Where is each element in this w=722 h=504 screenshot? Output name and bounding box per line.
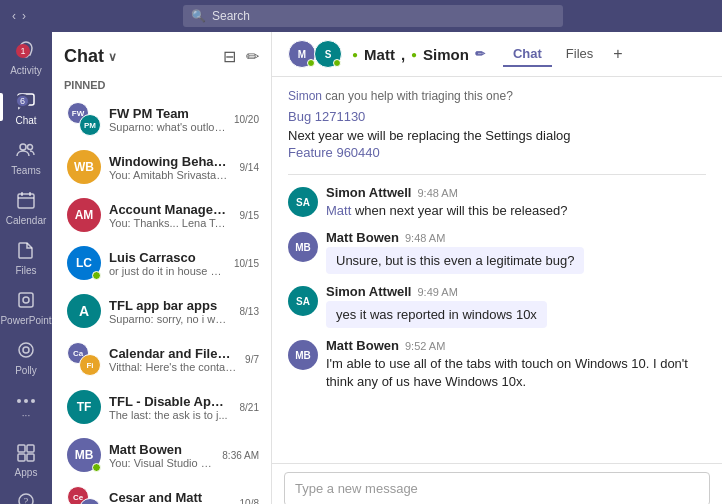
message-avatar-simon: SA [288,286,318,316]
avatar: A [67,294,101,328]
svg-rect-11 [18,445,25,452]
compose-area: Type a new message A̲ 📎 🙂 GIF ⬛ 📋 ⟳ ★ ··… [272,463,722,504]
separator: , [401,46,405,63]
activity-badge: 1 [16,44,30,58]
add-tab-button[interactable]: + [613,45,622,63]
sidebar-item-powerpoint[interactable]: PowerPoint [0,282,52,332]
message-content: Matt Bowen 9:48 AM Unsure, but is this e… [326,230,706,274]
left-rail: 1 Activity 6 Chat [0,32,52,504]
bug-link[interactable]: Bug 1271130 [288,109,706,124]
filter-icon[interactable]: ⊟ [223,47,236,66]
header-actions: ⊟ ✏ [223,47,259,66]
sidebar-item-polly[interactable]: Polly [0,332,52,382]
chat-item-fw-pm[interactable]: FW PM FW PM Team Suparno: what's outlook… [52,95,271,143]
chevron-down-icon: ∨ [108,50,117,64]
back-button[interactable]: ‹ [12,9,16,23]
chat-name: Windowing Behavior [109,154,232,169]
edit-icon[interactable]: ✏ [475,47,485,61]
chat-meta: 9/15 [240,210,259,221]
titlebar-controls: ‹ › [12,9,26,23]
message-content: Simon Attwell 9:49 AM yes it was reporte… [326,284,706,328]
tab-chat[interactable]: Chat [503,42,552,67]
chat-info: TFL app bar apps Suparno: sorry, no i wa… [109,298,232,325]
chat-item-matt[interactable]: MB Matt Bowen You: Visual Studio Online … [52,431,271,479]
chat-name: FW PM Team [109,106,226,121]
chat-name: Luis Carrasco [109,250,226,265]
chat-item-cesar[interactable]: Ce Ma Cesar and Matt Matt: Set to auto-c… [52,479,271,504]
chat-item-luis[interactable]: LC Luis Carrasco or just do it in house … [52,239,271,287]
chat-item-tfl-disable[interactable]: TF TFL - Disable Apps Access The last: t… [52,383,271,431]
sidebar-item-chat[interactable]: 6 Chat [0,82,52,132]
chat-list-title[interactable]: Chat ∨ [64,46,117,67]
chat-info: Matt Bowen You: Visual Studio Online was… [109,442,214,469]
tab-files[interactable]: Files [556,42,603,67]
avatar-wrap: A [67,294,101,328]
avatar-wrap: TF [67,390,101,424]
chat-list-panel: Chat ∨ ⊟ ✏ Pinned FW PM FW PM Team Supar… [52,32,272,504]
sidebar-item-help[interactable]: ? Help [0,484,52,504]
chat-main: M S ● Matt , ● Simon ✏ [272,32,722,504]
sidebar-item-more[interactable]: ··· [0,382,52,427]
chat-meta: 10/15 [234,258,259,269]
msg-author: Simon Attwell [326,185,411,200]
chat-info: Windowing Behavior You: Amitabh Srivasta… [109,154,232,181]
msg-author-line: Simon Attwell 9:48 AM [326,185,706,200]
msg-text: Matt when next year will this be release… [326,202,706,220]
apps-icon [17,444,35,465]
message-content: Simon Attwell 9:48 AM Matt when next yea… [326,185,706,220]
sidebar-item-teams[interactable]: Teams [0,132,52,182]
chat-header-tabs: Chat Files [503,42,603,67]
chat-item-calendar-files[interactable]: Ca Fi Calendar and Files Theming Vitthal… [52,335,271,383]
compose-icon[interactable]: ✏ [246,47,259,66]
msg-text: I'm able to use all of the tabs with tou… [326,355,706,391]
chat-preview: The last: the ask is to j... [109,409,232,421]
svg-rect-12 [27,445,34,452]
svg-point-7 [23,347,29,353]
chat-date: 9/14 [240,162,259,173]
messages-area[interactable]: Simon can you help with triaging this on… [272,77,722,463]
svg-rect-4 [19,293,33,307]
chat-list-header: Chat ∨ ⊟ ✏ [52,32,271,75]
activity-label: Activity [10,65,42,76]
chat-preview: You: Thanks... Lena Tarhuni what's ... [109,217,232,229]
feature-link[interactable]: Feature 960440 [288,145,706,160]
polly-icon [16,340,36,363]
files-label: Files [15,265,36,276]
chat-icon: 6 [16,90,36,113]
chat-name: Calendar and Files Theming [109,346,237,361]
sidebar-item-activity[interactable]: 1 Activity [0,32,52,82]
chat-preview: Vitthal: Here's the container for th... [109,361,237,373]
msg-author-line: Simon Attwell 9:49 AM [326,284,706,299]
sidebar-item-files[interactable]: Files [0,232,52,282]
avatar: TF [67,390,101,424]
message-avatar-matt-2: MB [288,340,318,370]
svg-rect-14 [27,454,34,461]
msg-author-line: Matt Bowen 9:48 AM [326,230,706,245]
online-dot-simon [333,59,341,67]
compose-box[interactable]: Type a new message [284,472,710,504]
activity-icon: 1 [16,40,36,63]
system-message-1: Simon can you help with triaging this on… [288,89,706,103]
forward-button[interactable]: › [22,9,26,23]
sidebar-item-calendar[interactable]: Calendar [0,182,52,232]
chat-date: 10/15 [234,258,259,269]
search-bar[interactable]: 🔍 Search [183,5,563,27]
message-avatar-matt: MB [288,232,318,262]
chat-info: Calendar and Files Theming Vitthal: Here… [109,346,237,373]
chat-info: Cesar and Matt Matt: Set to auto-complet… [109,490,232,505]
chat-date: 8:36 AM [222,450,259,461]
more-label: ··· [22,410,30,421]
chat-header-avatar-matt: M [288,40,316,68]
avatar-group: Ce Ma [67,486,101,504]
chat-item-tfl-app[interactable]: A TFL app bar apps Suparno: sorry, no i … [52,287,271,335]
chat-name: TFL - Disable Apps Access [109,394,232,409]
chat-item-windowing[interactable]: WB Windowing Behavior You: Amitabh Sriva… [52,143,271,191]
msg-bubble: Unsure, but is this even a legitimate bu… [326,247,584,274]
more-icon [16,390,36,408]
chat-date: 10/8 [240,498,259,505]
chat-item-account[interactable]: AM Account Management in S... You: Thank… [52,191,271,239]
svg-point-5 [23,297,29,303]
feature-text: Next year we will be replacing the Setti… [288,128,706,143]
sidebar-item-apps[interactable]: Apps [0,436,52,484]
avatar-2: Fi [79,354,101,376]
